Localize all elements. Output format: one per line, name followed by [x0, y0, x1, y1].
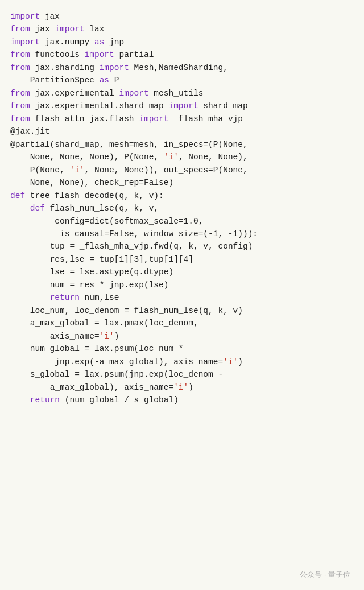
code-line: @partial(shard_map, mesh=mesh, in_specs=…	[10, 138, 354, 151]
code-block: import jaxfrom jax import laximport jax.…	[0, 0, 364, 590]
code-line: import jax	[10, 10, 354, 23]
code-line: P(None, 'i', None, None)), out_specs=P(N…	[10, 164, 354, 176]
code-line: from functools import partial	[10, 48, 354, 61]
code-line: lse = lse.astype(q.dtype)	[10, 266, 354, 278]
code-line: return num,lse	[10, 291, 354, 304]
code-line: def flash_num_lse(q, k, v,	[10, 202, 354, 214]
code-line: tup = _flash_mha_vjp.fwd(q, k, v, config…	[10, 240, 354, 253]
code-line: import jax.numpy as jnp	[10, 36, 354, 48]
code-content: import jaxfrom jax import laximport jax.…	[10, 10, 354, 407]
code-line: None, None), check_rep=False)	[10, 176, 354, 189]
code-line: loc_num, loc_denom = flash_num_lse(q, k,…	[10, 304, 354, 317]
code-line: is_causal=False, window_size=(-1, -1))):	[10, 228, 354, 240]
code-line: def tree_flash_decode(q, k, v):	[10, 189, 354, 202]
code-line: PartitionSpec as P	[10, 74, 354, 86]
code-line: res,lse = tup[1][3],tup[1][4]	[10, 253, 354, 266]
code-line: None, None, None), P(None, 'i', None, No…	[10, 151, 354, 163]
code-line: config=dict(softmax_scale=1.0,	[10, 215, 354, 228]
watermark: 公众号 · 量子位	[300, 570, 350, 580]
code-line: a_max_global = lax.pmax(loc_denom,	[10, 317, 354, 329]
code-line: from flash_attn_jax.flash import _flash_…	[10, 113, 354, 125]
code-line: num = res * jnp.exp(lse)	[10, 279, 354, 291]
code-line: from jax import lax	[10, 23, 354, 35]
code-line: from jax.sharding import Mesh,NamedShard…	[10, 61, 354, 74]
code-line: num_global = lax.psum(loc_num *	[10, 343, 354, 355]
code-line: from jax.experimental import mesh_utils	[10, 87, 354, 100]
code-line: @jax.jit	[10, 125, 354, 138]
code-line: a_max_global), axis_name='i')	[10, 381, 354, 394]
code-line: return (num_global / s_global)	[10, 394, 354, 406]
code-line: s_global = lax.psum(jnp.exp(loc_denom -	[10, 368, 354, 381]
code-line: axis_name='i')	[10, 330, 354, 343]
code-line: from jax.experimental.shard_map import s…	[10, 100, 354, 112]
code-line: jnp.exp(-a_max_global), axis_name='i')	[10, 356, 354, 368]
